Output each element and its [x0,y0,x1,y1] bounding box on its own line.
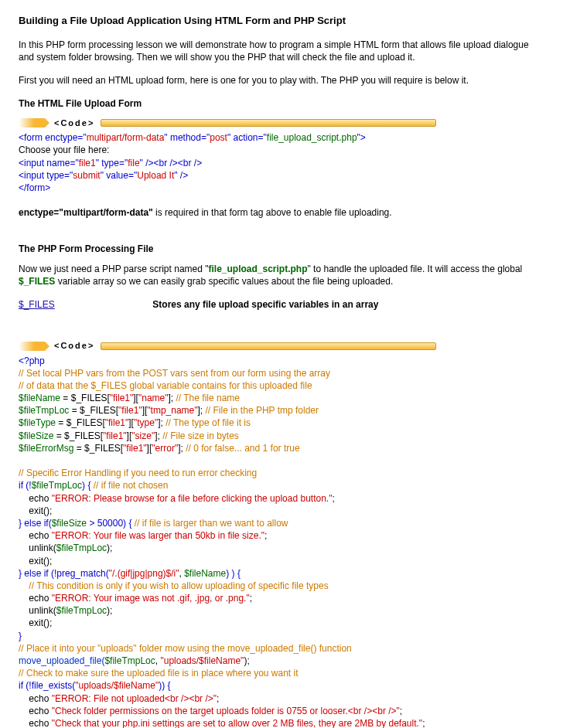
code-text: echo [19,693,52,704]
code-text: ); [107,605,112,616]
code-text: echo [19,718,52,728]
files-link[interactable]: $_FILES [19,299,55,310]
code-text: $fileTmpLoc [32,480,82,491]
code-text: "> [357,132,366,143]
files-row: $_FILES Stores any file upload specific … [19,298,544,311]
code-text: " value=" [101,170,138,181]
html-code-block: <form enctype="multipart/form-data" meth… [19,131,544,194]
code-text: "Check that your php.ini settings are se… [52,718,422,728]
page-title: Building a File Upload Application Using… [19,14,544,28]
code-text: "ERROR: Please browse for a file before … [52,493,333,504]
code-text: file1 [79,158,96,168]
code-text: ); [244,655,249,666]
enctype-note: enctype="multipart/form-data" is require… [19,206,544,219]
text: $_FILES [19,276,55,287]
code-text: = $_FILES[ [73,443,123,454]
code-text: Upload It [137,170,174,181]
code-text: ][ [128,417,134,428]
code-text: "ERROR: File not uploaded<br /><br />" [52,693,217,704]
banner-arrow-icon [19,342,45,351]
code-text: // File size in bytes [160,430,239,441]
code-text: " /><br /><br /> [140,158,203,168]
files-desc: Stores any file upload specific variable… [152,298,378,311]
code-text: ]; [158,417,163,428]
code-text: Choose your file here: [19,144,544,156]
code-text: "type" [134,417,158,428]
code-text: "ERROR: Your file was larger than 50kb i… [52,530,264,541]
code-text: // The file name [173,393,240,403]
banner-bar [101,119,436,127]
code-text: "file1" [105,417,129,428]
code-text: " type=" [96,158,128,168]
code-text: "/.(gif|jpg|png)$/i" [109,568,179,579]
code-text: <input name=" [19,158,79,168]
code-text: "ERROR: Your image was not .gif, .jpg, o… [52,593,250,604]
code-text: echo [19,493,52,504]
code-text: ]; [155,430,160,441]
code-text: "file1" [103,430,127,441]
code-text: $fileSize [19,430,53,441]
code-text: = $_FILES[ [56,417,105,428]
code-text: // Set local PHP vars from the POST vars… [19,367,544,379]
code-text: $fileSize [52,518,87,529]
code-text: ); [107,543,112,553]
code-text: "Check folder permissions on the target … [52,706,400,716]
heading-php-file: The PHP Form Processing File [19,243,544,255]
code-text: ]; [178,443,183,454]
code-text: $fileName [19,393,60,403]
code-text: "file1" [118,405,142,416]
code-text: exit(); [19,505,544,517]
code-text: "file1" [110,393,134,403]
banner-bar [101,342,436,350]
code-text: "size" [131,430,155,441]
code-text: // of data that the $_FILES global varia… [19,379,544,392]
code-text: ) { [82,480,90,491]
code-text: } else if (!preg_match( [19,568,109,579]
text: variable array so we can easily grab spe… [55,276,393,287]
code-text: exit(); [19,555,544,567]
code-text: "error" [152,443,178,454]
code-text: // 0 for false... and 1 for true [183,443,300,454]
code-text: ; [400,706,402,716]
intro-2: First you will need an HTML upload form,… [19,74,544,87]
code-text: ) ) { [226,568,241,579]
code-text: $fileType [19,417,56,428]
code-text: $fileTmpLoc [19,405,69,416]
code-text: " method=" [164,132,210,143]
code-text: echo [19,706,52,716]
enctype-rest: is required in that form tag above to en… [153,207,392,218]
code-text: "uploads/$fileName" [75,680,159,691]
code-text: // The type of file it is [163,417,251,428]
code-text: $fileTmpLoc [104,655,155,666]
code-text: </form> [19,182,544,194]
code-text: ; [217,693,219,704]
code-text: multipart/form-data [87,132,165,143]
code-text: ][ [133,393,138,403]
code-text: "file1" [123,443,147,454]
code-text: "tmp_name" [147,405,197,416]
code-text: " action=" [227,132,267,143]
code-text: )) { [159,680,170,691]
code-text: echo [19,593,52,604]
code-text: file [128,158,139,168]
code-text: > 50000) { [87,518,131,529]
code-text: = $_FILES[ [69,405,118,416]
code-text: $fileErrorMsg [19,443,73,454]
code-text: file_upload_script.php [267,132,357,143]
code-text: exit(); [19,617,544,629]
code-text: = $_FILES[ [60,393,110,403]
code-text: ; [422,718,425,728]
code-text: } [19,630,544,642]
code-text: // File in the PHP tmp folder [203,405,319,416]
code-text: <?php [19,355,544,367]
code-text: submit [73,170,100,181]
banner-label: <Code> [45,117,101,129]
code-text: move_uploaded_file( [19,655,104,666]
code-text: // Check to make sure the uploaded file … [19,667,544,679]
code-text: $fileTmpLoc [56,543,107,553]
code-text: // This condition is only if you wish to… [19,580,544,592]
php-intro: Now we just need a PHP parse script name… [19,263,544,287]
banner-arrow-icon [19,118,45,128]
code-text: echo [19,530,52,541]
code-text: // if file not chosen [90,480,168,491]
